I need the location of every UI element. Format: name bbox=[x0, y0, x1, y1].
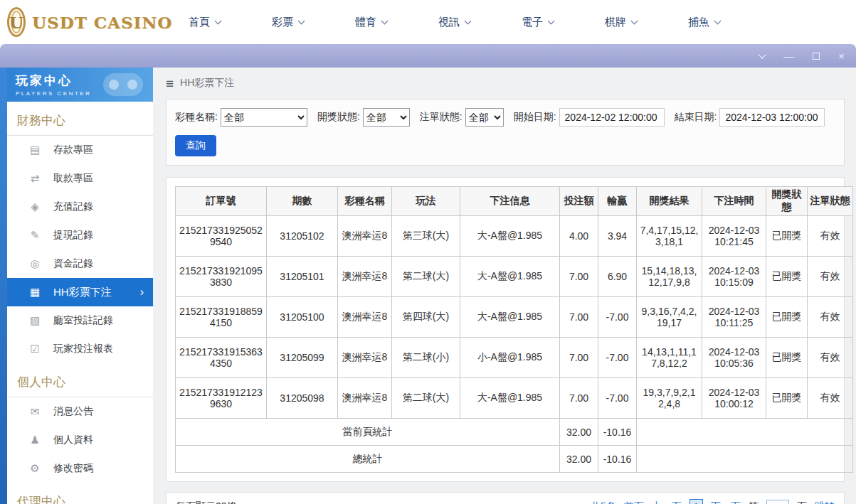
hamburger-icon[interactable]: ≡ bbox=[166, 77, 174, 90]
col-header-lottery: 彩種名稱 bbox=[338, 187, 392, 216]
cell-play: 第二球(大) bbox=[392, 257, 460, 297]
col-header-draw-status: 開獎狀態 bbox=[766, 187, 808, 216]
bets-table-panel: 訂單號 期數 彩種名稱 玩法 下注信息 投注額 輸贏 開獎結果 下注時間 開獎狀… bbox=[166, 177, 845, 482]
jump-link[interactable]: 跳转 bbox=[815, 500, 835, 504]
sidebar-item-hh-lottery-bets[interactable]: ▦ HH彩票下注 › bbox=[7, 278, 153, 306]
nav-label: 捕魚 bbox=[688, 16, 709, 29]
start-date-input[interactable] bbox=[559, 108, 665, 127]
cell-play: 第二球(小) bbox=[392, 338, 460, 378]
cell-draw-status: 已開獎 bbox=[766, 378, 808, 419]
summary-win-loss: -10.16 bbox=[598, 419, 637, 446]
table-row-total-summary: 總統計 32.00 -10.16 bbox=[176, 446, 853, 473]
nav-item-live[interactable]: 視訊 bbox=[438, 16, 470, 29]
section-heading-personal: 個人中心 bbox=[7, 363, 153, 397]
cell-amount: 4.00 bbox=[560, 216, 598, 257]
table-row: 2152173319153634350 31205099 澳洲幸运8 第二球(小… bbox=[176, 338, 853, 378]
cell-result: 9,3,16,7,4,2,19,17 bbox=[637, 297, 702, 338]
nav-item-electronic[interactable]: 電子 bbox=[522, 16, 554, 29]
bet-status-select[interactable]: 全部 bbox=[465, 108, 504, 127]
cell-order-id: 2152173319188594150 bbox=[176, 297, 267, 338]
brand[interactable]: U USDT CASINO bbox=[0, 7, 167, 37]
summary-empty bbox=[637, 446, 853, 473]
first-page-link[interactable]: 首页 bbox=[624, 500, 644, 504]
cell-result: 19,3,7,9,2,12,4,8 bbox=[637, 378, 702, 419]
nav-label: 彩票 bbox=[272, 16, 293, 29]
lottery-name-select[interactable]: 全部 bbox=[221, 108, 307, 127]
cell-time: 2024-12-03 10:15:09 bbox=[702, 257, 766, 297]
nav-label: 視訊 bbox=[438, 16, 460, 29]
chevron-down-icon bbox=[465, 17, 472, 24]
sidebar-item-withdraw-area[interactable]: ⇄ 取款專區 bbox=[7, 164, 153, 193]
summary-amount: 32.00 bbox=[560, 419, 598, 446]
page-size-text: 每頁顯示20條 bbox=[176, 500, 237, 504]
search-button[interactable]: 查詢 bbox=[175, 135, 216, 156]
end-date-input[interactable] bbox=[719, 108, 825, 127]
brand-name: USDT CASINO bbox=[32, 13, 172, 32]
sidebar-item-cashout-records[interactable]: ✎ 提現記錄 bbox=[7, 221, 153, 250]
close-button[interactable]: × bbox=[838, 50, 845, 61]
maximize-button[interactable] bbox=[813, 53, 820, 60]
cell-time: 2024-12-03 10:11:25 bbox=[702, 297, 766, 338]
nav-label: 體育 bbox=[355, 16, 376, 29]
nav-item-sports[interactable]: 體育 bbox=[355, 16, 387, 29]
nav-label: 棋牌 bbox=[605, 16, 626, 29]
cell-draw-status: 已開獎 bbox=[766, 257, 808, 297]
current-page-button[interactable]: 1 bbox=[689, 499, 703, 504]
cell-period: 31205101 bbox=[267, 257, 338, 297]
cell-lottery: 澳洲幸运8 bbox=[338, 338, 392, 378]
sidebar-item-label: 資金記錄 bbox=[53, 257, 93, 270]
draw-status-label: 開獎狀態: bbox=[317, 111, 360, 124]
collapse-chevron-icon[interactable] bbox=[759, 55, 765, 58]
page-jump-input[interactable] bbox=[766, 500, 789, 504]
sidebar-item-profile[interactable]: ♟ 個人資料 bbox=[7, 426, 153, 454]
nav-label: 電子 bbox=[522, 16, 543, 29]
chevron-down-icon bbox=[215, 17, 222, 24]
prev-page-link[interactable]: 上一页 bbox=[652, 500, 682, 504]
sidebar-item-label: 取款專區 bbox=[53, 172, 93, 185]
summary-label: 總統計 bbox=[176, 446, 560, 473]
sidebar-item-announcements[interactable]: ✉ 消息公告 bbox=[7, 397, 153, 426]
lottery-bet-icon: ▦ bbox=[28, 286, 41, 299]
minimize-button[interactable]: — bbox=[783, 50, 794, 61]
person-icon: ♟ bbox=[28, 434, 41, 446]
col-header-amount: 投注額 bbox=[560, 187, 598, 216]
cell-draw-status: 已開獎 bbox=[766, 216, 808, 257]
cell-amount: 7.00 bbox=[560, 338, 598, 378]
cell-bet-status: 有效 bbox=[808, 216, 853, 257]
cell-win-loss: -7.00 bbox=[598, 297, 637, 338]
table-row-page-summary: 當前頁統計 32.00 -10.16 bbox=[176, 419, 853, 446]
cell-bet-status: 有效 bbox=[808, 257, 853, 297]
col-header-play: 玩法 bbox=[392, 187, 460, 216]
sidebar-item-recharge-records[interactable]: ◈ 充值記錄 bbox=[7, 193, 153, 221]
sidebar-item-label: 玩家投注報表 bbox=[53, 343, 113, 355]
summary-empty bbox=[637, 419, 853, 446]
nav-item-home[interactable]: 首頁 bbox=[189, 16, 221, 29]
nav-item-lottery[interactable]: 彩票 bbox=[272, 16, 304, 29]
deposit-icon: ▤ bbox=[28, 144, 41, 156]
sidebar-item-deposit-area[interactable]: ▤ 存款專區 bbox=[7, 136, 153, 164]
window-frame-strip bbox=[0, 68, 7, 504]
col-header-order-id: 訂單號 bbox=[176, 187, 267, 216]
sidebar-item-player-bet-report[interactable]: ☑ 玩家投注報表 bbox=[7, 335, 153, 363]
sidebar-item-change-password[interactable]: ⚙ 修改密碼 bbox=[7, 454, 153, 483]
cashout-record-icon: ✎ bbox=[28, 229, 41, 242]
nav-item-boardgames[interactable]: 棋牌 bbox=[605, 16, 637, 29]
cell-amount: 7.00 bbox=[560, 378, 598, 419]
page-title: HH彩票下注 bbox=[180, 77, 234, 90]
sidebar: 玩家中心 PLAYERS CENTER 財務中心 ▤ 存款專區 ⇄ 取款專區 ◈… bbox=[7, 68, 153, 504]
cell-order-id: 2152173319121239630 bbox=[176, 378, 267, 419]
draw-status-select[interactable]: 全部 bbox=[363, 108, 410, 127]
nav-item-fishing[interactable]: 捕魚 bbox=[688, 16, 720, 29]
bets-table: 訂單號 期數 彩種名稱 玩法 下注信息 投注額 輸贏 開獎結果 下注時間 開獎狀… bbox=[175, 186, 853, 473]
chevron-down-icon bbox=[548, 17, 555, 24]
sidebar-item-hall-bet-records[interactable]: ▧ 廳室投註記錄 bbox=[7, 306, 153, 335]
start-date-label: 開始日期: bbox=[514, 111, 556, 124]
summary-label: 當前頁統計 bbox=[176, 419, 560, 446]
top-navbar: U USDT CASINO 首頁 彩票 體育 視訊 電子 棋牌 捕魚 bbox=[0, 0, 856, 44]
cell-order-id: 2152173319153634350 bbox=[176, 338, 267, 378]
cell-win-loss: 3.94 bbox=[598, 216, 637, 257]
sidebar-item-funds-records[interactable]: ◎ 資金記錄 bbox=[7, 250, 153, 278]
next-page-link[interactable]: 下一页 bbox=[711, 500, 741, 504]
table-row: 2152173319250529540 31205102 澳洲幸运8 第三球(大… bbox=[176, 216, 853, 257]
main-content: ≡ HH彩票下注 彩種名稱: 全部 開獎狀態: 全部 注單狀態: bbox=[153, 68, 856, 504]
